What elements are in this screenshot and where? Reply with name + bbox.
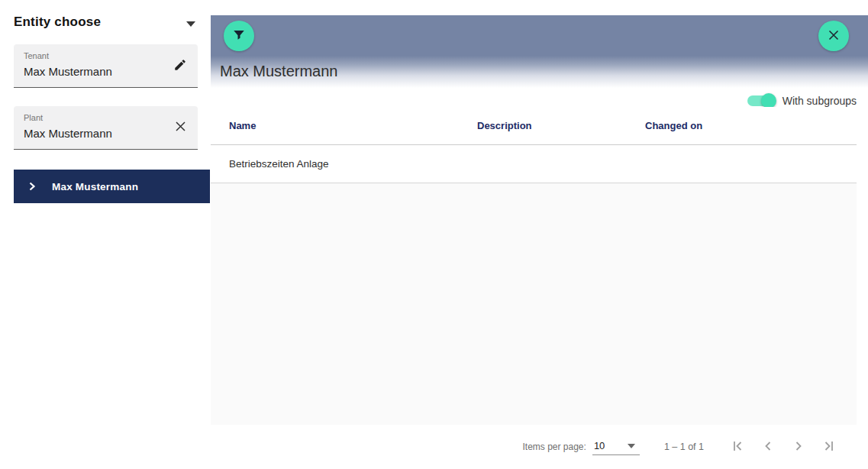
filter-icon (232, 28, 246, 44)
toggle-label: With subgroups (782, 95, 857, 107)
entity-table: Name Description Changed on Betriebszeit… (211, 107, 857, 183)
clear-icon (173, 119, 188, 136)
items-per-page-value: 10 (594, 440, 605, 451)
toggle-thumb (761, 93, 776, 108)
previous-page-button[interactable] (753, 432, 783, 462)
last-page-icon (820, 437, 838, 458)
collapse-caret-icon[interactable] (186, 21, 195, 27)
edit-icon (173, 58, 187, 74)
dialog-header-bar (211, 15, 868, 56)
entity-choose-screen: Entity choose Tenant Max Mustermann Plan… (0, 0, 868, 469)
plant-field[interactable]: Plant Max Mustermann (14, 106, 198, 150)
chevron-right-icon[interactable] (27, 182, 37, 191)
table-empty-area (211, 183, 857, 425)
column-header-description: Description (477, 120, 645, 131)
edit-tenant-button[interactable] (170, 56, 190, 76)
tenant-field-value: Max Mustermann (24, 63, 189, 80)
clear-plant-button[interactable] (170, 118, 190, 137)
tree-item-label: Max Mustermann (52, 181, 138, 192)
previous-page-icon (759, 437, 777, 458)
paginator-range-label: 1 – 1 of 1 (664, 442, 704, 452)
next-page-button[interactable] (783, 432, 814, 462)
with-subgroups-toggle[interactable] (747, 93, 775, 108)
column-header-changed-on: Changed on (645, 120, 857, 131)
cell-name: Betriebszeiten Anlage (229, 158, 477, 170)
plant-field-value: Max Mustermann (24, 125, 189, 142)
page-title: Entity choose (14, 15, 101, 30)
dialog-title: Max Mustermann (220, 63, 338, 80)
column-header-name: Name (229, 120, 477, 131)
tenant-field[interactable]: Tenant Max Mustermann (14, 44, 198, 88)
table-row[interactable]: Betriebszeiten Anlage (211, 145, 857, 183)
table-header-row: Name Description Changed on (211, 107, 857, 145)
entity-dialog: Max Mustermann With subgroups Name Descr… (211, 15, 868, 469)
first-page-button[interactable] (722, 432, 753, 462)
next-page-icon (789, 437, 808, 458)
items-per-page-label: Items per page: (522, 442, 586, 452)
last-page-button[interactable] (814, 432, 844, 462)
items-per-page-select[interactable]: 10 (592, 438, 640, 455)
close-button[interactable] (818, 21, 849, 51)
paginator: Items per page: 10 1 – 1 of 1 (211, 425, 868, 469)
first-page-icon (728, 437, 747, 458)
close-icon (827, 28, 841, 44)
sidebar-tree-item-selected[interactable]: Max Mustermann (14, 170, 210, 203)
tenant-field-label: Tenant (24, 50, 189, 61)
dropdown-arrow-icon (628, 444, 635, 448)
filter-button[interactable] (224, 21, 254, 51)
sidebar-header: Entity choose (14, 15, 195, 30)
plant-field-label: Plant (24, 112, 189, 123)
